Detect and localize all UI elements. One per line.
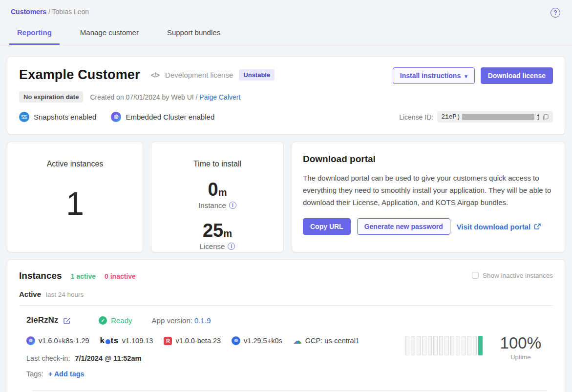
created-text: Created on 07/01/2024 by Web UI / Paige … (90, 93, 240, 101)
tab-support-bundles[interactable]: Support bundles (159, 24, 228, 45)
kubernetes-version: v1.29.5+k0s (244, 337, 282, 345)
embedded-cluster-icon: ☸ (111, 112, 121, 122)
last-checkin-label: Last check-in: (26, 354, 70, 362)
created-text-static: Created on 07/01/2024 by Web UI / (90, 93, 197, 101)
uptime-bar (417, 336, 421, 355)
instance-status: ✓ Ready (99, 316, 132, 325)
last-checkin-value: 7/1/2024 @ 11:52am (75, 354, 142, 362)
license-id-label: License ID: (399, 113, 433, 121)
time-to-install-title: Time to install (193, 160, 241, 168)
download-portal-title: Download portal (303, 154, 554, 165)
generate-password-button[interactable]: Generate new password (357, 218, 450, 235)
show-inactive-label: Show inactive instances (483, 272, 553, 279)
active-instances-value: 1 (66, 185, 84, 222)
embedded-cluster-icon: ☸ (26, 336, 35, 345)
instances-title: Instances (19, 270, 62, 281)
license-install-time: 25m (203, 220, 232, 241)
chevron-down-icon: ▾ (465, 73, 467, 80)
license-install-unit: m (223, 228, 232, 239)
expiration-badge: No expiration date (19, 91, 83, 103)
uptime-percent: 100% (500, 334, 541, 352)
uptime-bar (411, 336, 415, 355)
instance-install-minutes: 0 (208, 179, 218, 200)
copy-icon[interactable] (542, 114, 549, 121)
top-bar: Customers / Tobias Leon ? (0, 0, 572, 18)
snapshots-icon (19, 112, 29, 122)
active-section-sublabel: last 24 hours (46, 291, 84, 298)
generate-password-label: Generate new password (364, 223, 443, 230)
gcp-icon: ☁ (293, 336, 302, 345)
license-id-visible-chars: 2ieP) (441, 113, 460, 121)
license-info-icon[interactable]: i (228, 243, 235, 250)
uptime-section: 100% Uptime (405, 327, 553, 378)
uptime-bar (478, 336, 483, 355)
feature-embedded-cluster: ☸ Embedded Cluster enabled (111, 112, 214, 122)
uptime-bar (462, 336, 466, 355)
instances-card: Instances 1 active 0 inactive Show inact… (7, 259, 565, 392)
breadcrumb-separator: / (48, 8, 50, 16)
instance-info-icon[interactable]: i (229, 202, 236, 209)
code-icon: </> (151, 71, 159, 79)
cloud-provider-region: GCP: us-central1 (305, 337, 360, 345)
created-by-link[interactable]: Paige Calvert (199, 93, 240, 101)
feature-snapshots-label: Snapshots enabled (34, 113, 96, 121)
uptime-bar (450, 336, 455, 355)
kots-version-badge: kts v1.109.13 (100, 336, 153, 346)
license-id-redaction (462, 114, 534, 120)
visit-download-portal-link[interactable]: Visit download portal (457, 223, 541, 231)
tab-bar: Reporting Manage customer Support bundle… (0, 24, 572, 45)
install-instructions-button[interactable]: Install instructions ▾ (393, 67, 475, 84)
last-checkin-row: Last check-in: 7/1/2024 @ 11:52am (26, 354, 360, 362)
kots-version: v1.109.13 (122, 337, 153, 345)
instance-install-label: Instance (198, 201, 226, 209)
uptime-bar (439, 336, 444, 355)
active-instances-card: Active instances 1 (7, 142, 143, 252)
uptime-bar (422, 336, 426, 355)
kubernetes-version-badge: ☸ v1.29.5+k0s (232, 336, 282, 345)
feature-embedded-cluster-label: Embedded Cluster enabled (126, 113, 214, 121)
active-instances-title: Active instances (47, 160, 104, 168)
copy-url-button[interactable]: Copy URL (303, 218, 351, 235)
help-icon[interactable]: ? (551, 8, 560, 18)
show-inactive-toggle[interactable]: Show inactive instances (472, 272, 553, 279)
main-content: Example Customer </> Development license… (0, 45, 572, 392)
download-portal-card: Download portal The download portal can … (292, 142, 565, 252)
instance-status-text: Ready (111, 316, 132, 325)
visit-download-portal-label: Visit download portal (457, 223, 530, 231)
tab-reporting[interactable]: Reporting (9, 24, 60, 45)
breadcrumb-customers-link[interactable]: Customers (11, 8, 46, 16)
replicated-sdk-version-badge: R v1.0.0-beta.23 (164, 337, 221, 345)
show-inactive-checkbox[interactable] (472, 272, 479, 279)
replicated-icon: R (164, 337, 172, 345)
edit-icon[interactable] (63, 316, 71, 325)
instance-install-time: 0m (208, 179, 227, 200)
uptime-stat: 100% Uptime (500, 334, 541, 361)
uptime-label: Uptime (500, 353, 541, 361)
copy-url-label: Copy URL (310, 223, 343, 230)
external-link-icon (534, 223, 541, 230)
breadcrumb-current: Tobias Leon (52, 8, 89, 16)
cloud-provider-badge: ☁ GCP: us-central1 (293, 336, 360, 345)
tab-manage-customer[interactable]: Manage customer (72, 24, 147, 45)
uptime-bar (405, 336, 410, 355)
uptime-chart (405, 336, 483, 355)
download-license-label: Download license (488, 72, 546, 80)
uptime-bar (467, 336, 471, 355)
add-tags-link[interactable]: + Add tags (48, 370, 85, 378)
version-badges-row: ☸ v1.6.0+k8s-1.29 kts v1.109.13 R v1.0.0… (26, 336, 360, 346)
embedded-cluster-version: v1.6.0+k8s-1.29 (39, 337, 89, 345)
time-to-install-card: Time to install 0m Instance i 25m Licens… (151, 142, 284, 252)
active-section-label: Active (19, 290, 41, 298)
download-license-button[interactable]: Download license (481, 67, 553, 84)
instance-id: 2ieRzNz (26, 315, 58, 325)
uptime-bar (473, 336, 477, 355)
instance-install-label-row: Instance i (198, 201, 236, 209)
embedded-cluster-version-badge: ☸ v1.6.0+k8s-1.29 (26, 336, 89, 345)
uptime-bar (433, 336, 438, 355)
uptime-bar (428, 336, 432, 355)
app-version-link[interactable]: 0.1.9 (194, 316, 211, 325)
uptime-bar (445, 336, 449, 355)
kubernetes-icon: ☸ (232, 336, 240, 345)
tags-label: Tags: (26, 370, 43, 378)
license-id-suffix-char: j (536, 113, 540, 121)
